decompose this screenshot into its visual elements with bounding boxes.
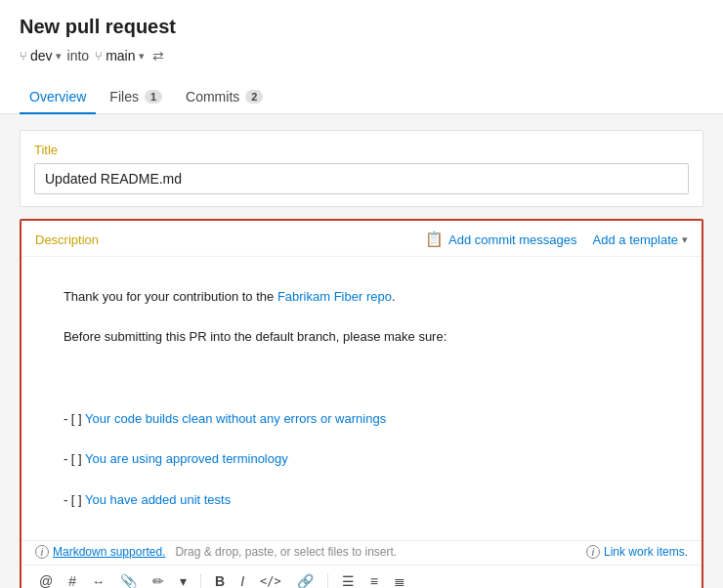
page-header: New pull request ⑂ dev ▾ into ⑂ main ▾ ⇄… (0, 0, 723, 114)
toolbar-hash-button[interactable]: # (64, 571, 80, 588)
source-branch-chevron: ▾ (56, 50, 62, 63)
tab-commits-badge: 2 (245, 90, 263, 104)
toolbar-attach-button[interactable]: 📎 (116, 571, 141, 588)
add-template-label: Add a template (593, 232, 678, 247)
toolbar-ordered-list-button[interactable]: ≡ (366, 571, 382, 588)
toolbar-code-button[interactable]: </> (256, 572, 285, 588)
toolbar-pencil-button[interactable]: ✏ (149, 571, 168, 588)
link-work-items-icon: i (586, 545, 600, 559)
toolbar-unordered-list-button[interactable]: ☰ (338, 571, 359, 588)
add-template-chevron: ▾ (682, 233, 688, 246)
main-content: Title Description 📋 Add commit messages … (0, 114, 723, 588)
add-template-button[interactable]: Add a template ▾ (593, 232, 688, 247)
branch-icon-target: ⑂ (95, 49, 103, 63)
toolbar-divider-1 (200, 573, 201, 588)
info-icon: i (35, 545, 49, 559)
checklist-line-1: Your code builds clean without any error… (85, 411, 386, 426)
fabrikam-link: Fabrikam Fiber repo (277, 289, 392, 304)
target-branch-label: main (106, 48, 135, 63)
tab-commits-label: Commits (186, 89, 239, 105)
toolbar-bold-button[interactable]: B (211, 571, 229, 588)
clipboard-icon: 📋 (425, 231, 444, 248)
swap-icon[interactable]: ⇄ (152, 48, 164, 63)
toolbar-dropdown-button[interactable]: ▾ (176, 571, 191, 588)
into-text: into (67, 48, 90, 63)
description-text[interactable]: Thank you for your contribution to the F… (35, 267, 688, 530)
title-input[interactable] (34, 163, 689, 194)
add-commit-messages-label: Add commit messages (448, 232, 577, 247)
tab-files[interactable]: Files 1 (100, 81, 172, 114)
link-work-items-label: Link work items. (604, 545, 688, 559)
add-commit-messages-button[interactable]: 📋 Add commit messages (425, 231, 577, 248)
title-label: Title (34, 143, 689, 157)
markdown-link[interactable]: Markdown supported. (53, 545, 165, 559)
target-branch-chevron: ▾ (139, 50, 145, 63)
toolbar-tasklist-button[interactable]: ≣ (390, 571, 409, 588)
drag-drop-text: Drag & drop, paste, or select files to i… (175, 545, 397, 559)
toolbar-mention-button[interactable]: ↔ (88, 572, 108, 588)
link-work-items-button[interactable]: i Link work items. (586, 545, 688, 559)
branch-icon-source: ⑂ (20, 49, 27, 63)
tab-overview[interactable]: Overview (20, 81, 96, 114)
title-section: Title (20, 130, 703, 207)
tab-files-badge: 1 (145, 90, 162, 104)
toolbar-row: @ # ↔ 📎 ✏ ▾ B I </> 🔗 ☰ ≡ ≣ (21, 565, 702, 588)
checklist-line-3: You have added unit tests (85, 492, 231, 507)
source-branch-label: dev (30, 48, 53, 63)
branch-row: ⑂ dev ▾ into ⑂ main ▾ ⇄ (20, 48, 703, 63)
description-footer: i Markdown supported. Drag & drop, paste… (21, 540, 702, 565)
toolbar-at-button[interactable]: @ (35, 571, 57, 588)
tabs-row: Overview Files 1 Commits 2 (0, 81, 723, 114)
toolbar-link-button[interactable]: 🔗 (293, 571, 318, 588)
toolbar-italic-button[interactable]: I (236, 571, 248, 588)
target-branch-selector[interactable]: ⑂ main ▾ (95, 48, 144, 63)
description-textarea-wrapper[interactable]: Thank you for your contribution to the F… (21, 257, 702, 540)
tab-commits[interactable]: Commits 2 (176, 81, 273, 114)
toolbar-divider-2 (327, 573, 328, 588)
tab-files-label: Files (109, 89, 139, 105)
page-title: New pull request (20, 16, 703, 38)
description-section: Description 📋 Add commit messages Add a … (20, 219, 703, 588)
tab-overview-label: Overview (29, 89, 86, 105)
description-label: Description (35, 232, 425, 247)
description-header: Description 📋 Add commit messages Add a … (21, 221, 702, 257)
checklist-line-2: You are using approved terminology (85, 451, 288, 466)
source-branch-selector[interactable]: ⑂ dev ▾ (20, 48, 62, 63)
